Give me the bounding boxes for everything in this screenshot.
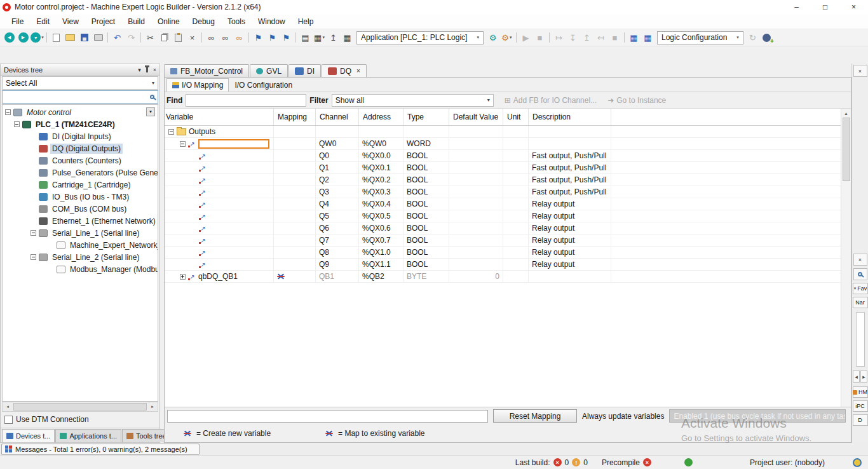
run-button[interactable]: ▶: [519, 31, 532, 44]
reset-mapping-button[interactable]: Reset Mapping: [493, 409, 577, 423]
menu-tools[interactable]: Tools: [221, 15, 252, 28]
row-q4[interactable]: ↗ Q4 %QX0.4 BOOL Relay output: [165, 198, 851, 210]
tab-di[interactable]: DI: [288, 64, 321, 77]
find-in-project-button[interactable]: ∞: [233, 31, 246, 44]
menu-window[interactable]: Window: [252, 15, 292, 28]
table-vertical-scrollbar[interactable]: ▲: [841, 109, 851, 407]
undo-button[interactable]: ↶: [111, 31, 124, 44]
column-header-unit[interactable]: Unit: [503, 109, 529, 125]
tree-item-com-bus[interactable]: COM_Bus (COM bus): [3, 203, 158, 215]
find-input[interactable]: [186, 94, 306, 107]
menu-edit[interactable]: Edit: [30, 15, 56, 28]
open-project-button[interactable]: [64, 31, 77, 44]
export-button[interactable]: ↥: [327, 31, 340, 44]
view-selector[interactable]: Logic Configuration ▾: [657, 31, 743, 44]
row-qw0[interactable]: ↗ QW0 %QW0 WORD: [165, 138, 851, 150]
collapse-icon[interactable]: [31, 230, 36, 236]
user-management-button[interactable]: [760, 31, 773, 44]
paste-special-button[interactable]: ▤: [299, 31, 312, 44]
tree-horizontal-scrollbar[interactable]: ◂ ▸: [2, 402, 158, 412]
code-generation-button[interactable]: ⚙▾: [500, 31, 513, 44]
panel-close-icon[interactable]: ×: [853, 65, 867, 77]
window-split-button[interactable]: ▦: [641, 31, 654, 44]
scroll-up-icon[interactable]: ▲: [844, 109, 848, 118]
tab-ipc[interactable]: iPC: [853, 400, 868, 412]
nav-back-button[interactable]: ◀: [3, 31, 16, 44]
tab-hmi[interactable]: HM: [853, 386, 868, 398]
row-qbdq-qb1[interactable]: ↗qbDQ_QB1 QB1 %QB2 BYTE 0: [165, 271, 851, 283]
pin-icon[interactable]: [146, 67, 148, 72]
row-q1[interactable]: ↗ Q1 %QX0.1 BOOL Fast output, Push/Pull: [165, 162, 851, 174]
tree-item-serial-line-1[interactable]: Serial_Line_1 (Serial line): [3, 227, 158, 239]
copy-button[interactable]: [158, 31, 171, 44]
scroll-left-icon[interactable]: ◂: [3, 402, 13, 411]
cell-variable[interactable]: ↗: [165, 138, 274, 149]
row-outputs[interactable]: Outputs: [165, 126, 851, 138]
root-dropdown-icon[interactable]: ▾: [146, 107, 155, 116]
delete-button[interactable]: ×: [186, 31, 199, 44]
scroll-left-icon[interactable]: ◂: [853, 370, 860, 383]
tab-gvl[interactable]: GVL: [250, 64, 288, 77]
scroll-right-icon[interactable]: ▸: [147, 402, 158, 411]
panel-dropdown-icon[interactable]: ▾: [138, 67, 141, 73]
cell-channel[interactable]: QW0: [316, 138, 359, 149]
column-header-default-value[interactable]: Default Value: [449, 109, 503, 125]
new-variable-cell-highlight[interactable]: [198, 139, 269, 149]
find-button[interactable]: ∞: [205, 31, 218, 44]
tab-favorites[interactable]: ▾Fav: [853, 283, 868, 294]
maximize-button[interactable]: □: [811, 0, 839, 14]
panel-close-icon[interactable]: ×: [853, 254, 867, 266]
close-button[interactable]: ×: [839, 0, 868, 14]
goto-instance-button[interactable]: ➜Go to Instance: [607, 96, 666, 105]
menu-view[interactable]: View: [56, 15, 85, 28]
menu-file[interactable]: File: [5, 15, 30, 28]
add-fb-button[interactable]: ⊞Add FB for IO Channel...: [505, 96, 597, 105]
use-dtm-checkbox[interactable]: [4, 416, 13, 424]
collapse-icon[interactable]: [168, 129, 174, 135]
step-into-button[interactable]: ↧: [566, 31, 580, 44]
tab-fb-motor-control[interactable]: FB_Motor_Control: [164, 64, 249, 77]
tree-item-serial-line-2[interactable]: Serial_Line_2 (Serial line): [3, 251, 158, 263]
collapse-icon[interactable]: [14, 121, 20, 127]
print-button[interactable]: [92, 31, 105, 44]
subtab-io-mapping[interactable]: I/O Mapping: [166, 78, 229, 92]
tree-item-machine-expert-network-manager[interactable]: Machine_Expert_Network_Mar: [3, 239, 158, 251]
search-panel-button[interactable]: [853, 268, 867, 280]
device-scope-dropdown[interactable]: Select All ▾: [2, 76, 158, 90]
tree-item-cartridge[interactable]: Cartridge_1 (Cartridge): [3, 179, 158, 191]
tree-item-plc1[interactable]: PLC_1 (TM241CE24R): [3, 118, 158, 130]
collapse-icon[interactable]: [31, 254, 36, 260]
nav-forward-button[interactable]: ▶: [17, 31, 30, 44]
row-q5[interactable]: ↗ Q5 %QX0.5 BOOL Relay output: [165, 210, 851, 222]
menu-online[interactable]: Online: [151, 15, 186, 28]
collapse-icon[interactable]: [5, 109, 11, 115]
scroll-right-icon[interactable]: ▸: [860, 370, 867, 383]
bookmark-prev-button[interactable]: ⚑: [280, 31, 293, 44]
nav-history-button[interactable]: ▼▾: [31, 31, 44, 44]
tree-item-modbus-manager[interactable]: Modbus_Manager (Modbus Ma: [3, 263, 158, 275]
redo-button[interactable]: ↷: [125, 31, 138, 44]
collapse-icon[interactable]: [180, 141, 186, 147]
tree-item-di[interactable]: DI (Digital Inputs): [3, 130, 158, 142]
cell-variable[interactable]: Outputs: [165, 126, 274, 137]
device-search-box[interactable]: [2, 90, 158, 104]
step-back-button[interactable]: ↤: [594, 31, 607, 44]
device-grid-button[interactable]: ▦: [341, 31, 354, 44]
refresh-button[interactable]: ↻: [746, 31, 759, 44]
panel-close-icon[interactable]: ×: [153, 67, 156, 73]
row-q2[interactable]: ↗ Q2 %QX0.2 BOOL Fast output, Push/Pull: [165, 174, 851, 186]
expand-icon[interactable]: [180, 274, 186, 280]
row-q9[interactable]: ↗ Q9 %QX1.1 BOOL Relay output: [165, 259, 851, 271]
row-q3[interactable]: ↗ Q3 %QX0.3 BOOL Fast output, Push/Pull: [165, 186, 851, 198]
column-header-description[interactable]: Description: [529, 109, 611, 125]
tree-item-io-bus[interactable]: IO_Bus (IO bus - TM3): [3, 191, 158, 203]
bookmark-toggle-button[interactable]: ⚑: [252, 31, 265, 44]
tab-applications-tree[interactable]: Applications t...: [55, 429, 121, 442]
messages-panel-tab[interactable]: Messages - Total 1 error(s), 0 warning(s…: [1, 444, 200, 455]
tab-close-icon[interactable]: ×: [356, 67, 360, 74]
build-button[interactable]: ⚙: [486, 31, 499, 44]
menu-help[interactable]: Help: [292, 15, 320, 28]
tab-d[interactable]: D: [853, 414, 868, 426]
step-over-button[interactable]: ↦: [552, 31, 566, 44]
save-button[interactable]: [78, 31, 91, 44]
